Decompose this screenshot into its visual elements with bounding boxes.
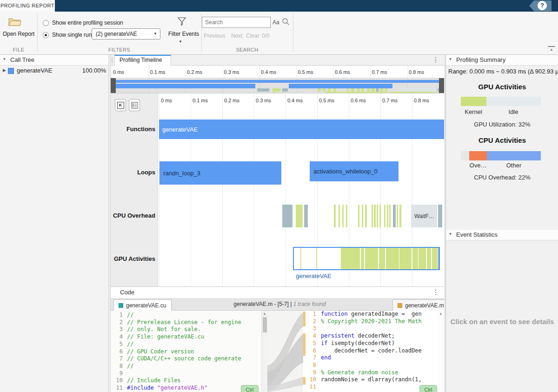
cpu-overhead-event[interactable]: [374, 205, 375, 227]
search-previous-button[interactable]: Previous: [204, 33, 226, 39]
cpu-overhead-event[interactable]: [339, 205, 340, 227]
minimap-left-handle[interactable]: [111, 78, 116, 93]
cpu-overhead-event[interactable]: [334, 205, 336, 227]
code-line[interactable]: 6// GPU Coder version: [111, 348, 261, 356]
cpu-overhead-event[interactable]: [282, 205, 292, 227]
search-next-button[interactable]: Next: [231, 33, 243, 39]
cpu-overhead-event[interactable]: [393, 205, 395, 227]
code-line[interactable]: 2% Copyright 2020-2021 The Math: [303, 318, 438, 326]
gpu-kernel-segment[interactable]: [300, 248, 301, 269]
code-line[interactable]: 6 decoderNet = coder.loadDee: [303, 347, 438, 355]
open-report-button[interactable]: Open Report: [0, 31, 37, 37]
match-case-button[interactable]: Aa: [272, 19, 279, 26]
m-code-pane[interactable]: 1function generatedImage = gen2% Copyrig…: [303, 311, 438, 392]
trace-marker[interactable]: [303, 341, 306, 348]
open-folder-icon[interactable]: [7, 16, 21, 29]
minimap-right-handle[interactable]: [439, 78, 444, 93]
search-icon[interactable]: [282, 18, 290, 27]
gpu-kernel-segment[interactable]: [316, 248, 317, 269]
cpu-overhead-event[interactable]: [365, 205, 366, 227]
code-line[interactable]: 2// Prerelease License - for engine: [111, 319, 261, 326]
trace-marker[interactable]: [303, 312, 306, 319]
filter-events-button[interactable]: Filter Events: [164, 31, 204, 37]
functions-event-bar[interactable]: generateVAE: [159, 120, 444, 139]
search-input[interactable]: [202, 17, 271, 28]
cpu-overhead-event[interactable]: [372, 205, 373, 227]
trace-marker[interactable]: [303, 377, 306, 385]
chevron-down-icon[interactable]: ▼: [179, 40, 182, 44]
code-line[interactable]: 1//: [111, 312, 261, 319]
code-line[interactable]: 1function generatedImage = gen: [303, 311, 438, 318]
cpu-overhead-event[interactable]: [397, 205, 398, 227]
collapse-ribbon-button[interactable]: ▲: [548, 46, 555, 53]
trace-marker[interactable]: [303, 348, 306, 356]
code-line[interactable]: 10randomNoise = dlarray(randn(1,: [303, 376, 438, 384]
scrollbar-thumb[interactable]: [263, 317, 267, 332]
tab-profiling-report[interactable]: PROFILING REPORT: [0, 0, 55, 12]
cpu-overhead-event[interactable]: [389, 205, 391, 227]
cpu-overhead-event[interactable]: [342, 205, 344, 227]
help-icon[interactable]: ?: [538, 1, 547, 10]
cpu-overhead-event[interactable]: [438, 205, 442, 227]
gpu-kernel-segment[interactable]: [412, 248, 418, 269]
kernel-view-button[interactable]: K: [115, 99, 126, 111]
code-line[interactable]: 11: [303, 384, 438, 391]
cpu-overhead-event[interactable]: [387, 205, 388, 227]
cpu-overhead-event[interactable]: [384, 205, 385, 227]
code-line[interactable]: 5if isempty(decoderNet): [303, 340, 438, 347]
code-line[interactable]: 7// CUDA/C/C++ source code generate: [111, 355, 261, 363]
legend-list-button[interactable]: [129, 99, 140, 111]
gpu-kernel-segment[interactable]: [379, 248, 385, 269]
code-line[interactable]: 5//: [111, 341, 261, 348]
trace-marker[interactable]: [303, 319, 306, 326]
scroll-up-icon[interactable]: ▲: [262, 312, 267, 316]
gpu-kernel-segment[interactable]: [399, 248, 412, 269]
cpu-overhead-event[interactable]: [379, 205, 381, 227]
tab-generatevae-m[interactable]: generateVAE.m: [392, 299, 449, 311]
gpu-kernel-segment[interactable]: [432, 248, 437, 269]
kebab-menu-icon[interactable]: ⋮: [432, 288, 439, 296]
code-line[interactable]: 9% Generate random noise: [303, 369, 438, 377]
cpu-overhead-event[interactable]: [377, 205, 378, 227]
kebab-menu-icon[interactable]: ⋮: [432, 56, 439, 63]
code-line[interactable]: 11#include "generateVAE.h": [111, 385, 261, 392]
code-line[interactable]: 8: [303, 362, 438, 369]
radio-single-run[interactable]: [43, 32, 49, 38]
cpu-overhead-event[interactable]: [358, 205, 359, 227]
cpu-overhead-event[interactable]: [399, 205, 401, 227]
gpu-kernel-segment[interactable]: [438, 248, 439, 269]
cpu-overhead-event[interactable]: [346, 205, 347, 227]
collapse-section-icon[interactable]: ▾: [449, 56, 452, 61]
expand-node-icon[interactable]: ▶: [3, 68, 6, 73]
gpu-kernel-segment[interactable]: [427, 248, 432, 269]
gpu-activities-event-box[interactable]: [293, 247, 440, 270]
gpu-kernel-segment[interactable]: [418, 248, 426, 269]
code-line[interactable]: 7end: [303, 354, 438, 362]
code-line[interactable]: 3// only. Not for sale.: [111, 326, 261, 333]
cpu-overhead-event[interactable]: [296, 205, 303, 227]
tab-generatevae-cu[interactable]: generateVAE.cu: [113, 299, 172, 311]
code-line[interactable]: 4persistent decoderNet;: [303, 332, 438, 340]
loop-event-bar[interactable]: randn_loop_3: [159, 161, 281, 185]
call-tree-row[interactable]: ▶ generateVAE 100.00%: [0, 66, 108, 76]
loop-event-bar[interactable]: activations_whileloop_0: [310, 161, 399, 181]
code-line[interactable]: 8//: [111, 363, 261, 370]
gpu-kernel-segment[interactable]: [386, 248, 399, 269]
m-scrollbar[interactable]: ▲: [438, 311, 444, 392]
minimap-band[interactable]: [111, 78, 444, 93]
splitter-grip[interactable]: [112, 57, 113, 63]
run-select-dropdown[interactable]: (2) generateVAE ▼: [92, 28, 160, 40]
cu-scrollbar[interactable]: ▲: [261, 311, 267, 392]
tab-profiling-timeline[interactable]: Profiling Timeline: [114, 55, 171, 66]
cpu-overhead-event[interactable]: [362, 205, 363, 227]
radio-entire-session[interactable]: [43, 20, 49, 26]
filter-funnel-icon[interactable]: [177, 17, 186, 28]
cpu-overhead-event[interactable]: WaitF…: [411, 205, 437, 227]
code-line[interactable]: 4// File: generateVAE.cu: [111, 333, 261, 341]
code-line[interactable]: 3: [303, 325, 438, 332]
code-line[interactable]: 10// Include Files: [111, 377, 261, 385]
trace-marker[interactable]: [303, 333, 306, 341]
cpu-overhead-event[interactable]: [304, 205, 307, 227]
scroll-up-icon[interactable]: ▲: [438, 312, 444, 316]
gpu-kernel-segment[interactable]: [341, 248, 360, 269]
